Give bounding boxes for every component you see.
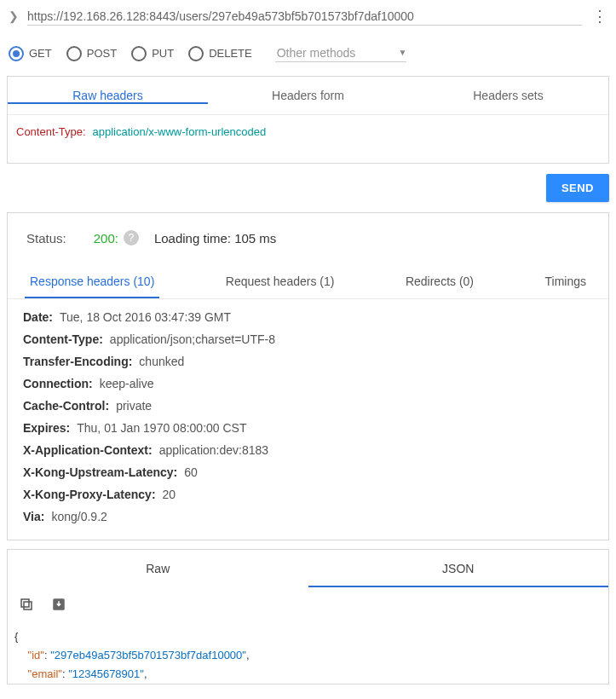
svg-rect-0 [24,602,32,609]
header-value: kong/0.9.2 [51,510,107,523]
method-put[interactable]: PUT [131,46,174,61]
method-row: GET POST PUT DELETE Other methods ▼ [0,31,616,71]
download-icon[interactable] [50,596,67,613]
method-label: PUT [152,47,174,60]
tab-label: Headers sets [473,89,543,102]
tab-raw-headers[interactable]: Raw headers [8,77,208,114]
header-name: Cache-Control: [23,399,109,413]
tab-redirects[interactable]: Redirects (0) [406,266,474,298]
json-value: "12345678901" [68,667,144,680]
response-headers-list: Date:Tue, 18 Oct 2016 03:47:39 GMTConten… [8,298,608,540]
response-body-card: Raw JSON { "id": "297eb49a573bf5b701573b… [7,549,609,685]
loading-time: Loading time: 105 ms [154,231,276,246]
tab-label: Raw headers [72,89,143,102]
header-name: X-Kong-Upstream-Latency: [23,465,177,479]
header-name: Via: [23,510,44,523]
header-name: Expires: [23,421,70,435]
method-label: GET [29,47,52,60]
header-value: application:dev:8183 [159,443,268,457]
header-row: Expires:Thu, 01 Jan 1970 08:00:00 CST [23,417,593,439]
header-row: Cache-Control:private [23,395,593,417]
send-button[interactable]: SEND [546,174,609,202]
header-name: Transfer-Encoding: [23,355,132,368]
other-methods-select[interactable]: Other methods ▼ [275,44,407,62]
copy-icon[interactable] [18,596,35,613]
json-preview: { "id": "297eb49a573bf5b701573bf7daf1000… [8,621,608,684]
url-input[interactable] [27,8,582,26]
tab-label: Headers form [272,89,344,102]
tab-headers-sets[interactable]: Headers sets [408,77,608,114]
chevron-down-icon: ▼ [398,48,406,57]
header-row: Via:kong/0.9.2 [23,505,593,528]
radio-icon [9,46,24,61]
json-value: "297eb49a573bf5b701573bf7daf10000" [50,649,246,661]
header-value: keep-alive [100,377,154,390]
json-key: "email" [28,667,62,680]
header-value: private [116,399,152,413]
radio-icon [188,46,204,61]
header-value: application/json;charset=UTF-8 [110,332,275,346]
header-row: Content-Type:application/json;charset=UT… [23,328,593,350]
header-row: X-Application-Context:application:dev:81… [23,439,593,461]
header-row: X-Kong-Proxy-Latency:20 [23,483,593,505]
svg-rect-1 [21,599,29,607]
method-label: POST [87,47,117,60]
radio-icon [66,46,82,61]
headers-card: Raw headers Headers form Headers sets Co… [7,76,609,164]
method-delete[interactable]: DELETE [188,46,252,61]
header-value: 60 [184,465,198,479]
method-get[interactable]: GET [9,46,52,61]
header-row: X-Kong-Upstream-Latency:60 [23,461,593,483]
help-icon[interactable]: ? [124,230,139,246]
method-post[interactable]: POST [66,46,117,61]
radio-icon [131,46,147,61]
header-value: 20 [163,488,176,501]
status-label: Status: [26,231,66,246]
tab-response-headers[interactable]: Response headers (10) [30,266,154,298]
tab-headers-form[interactable]: Headers form [208,77,408,114]
more-icon[interactable]: ⋮ [582,7,607,26]
other-methods-label: Other methods [277,46,356,60]
header-row: Connection:keep-alive [23,373,593,395]
method-label: DELETE [209,47,252,60]
raw-headers-editor[interactable]: Content-Type: application/x-www-form-url… [8,115,608,163]
json-key: "id" [28,649,44,661]
header-name: Content-Type: [23,332,103,346]
tab-raw-body[interactable]: Raw [8,550,308,587]
tab-timings[interactable]: Timings [545,266,587,298]
header-name: X-Application-Context: [23,443,153,457]
header-value: Tue, 18 Oct 2016 03:47:39 GMT [60,310,231,324]
header-key: Content-Type: [16,125,86,138]
expand-icon[interactable]: ❯ [9,9,27,23]
header-name: Date: [23,310,53,324]
tab-json-body[interactable]: JSON [308,550,609,587]
header-row: Transfer-Encoding:chunked [23,350,593,373]
tab-request-headers[interactable]: Request headers (1) [226,266,335,298]
header-value: chunked [139,355,184,368]
header-name: Connection: [23,377,93,390]
header-name: X-Kong-Proxy-Latency: [23,488,156,501]
status-code: 200: [94,231,118,246]
response-card: Status: 200: ? Loading time: 105 ms Resp… [7,212,609,540]
header-value: Thu, 01 Jan 1970 08:00:00 CST [77,421,246,435]
header-row: Date:Tue, 18 Oct 2016 03:47:39 GMT [23,306,593,328]
header-value: application/x-www-form-urlencoded [92,125,266,138]
